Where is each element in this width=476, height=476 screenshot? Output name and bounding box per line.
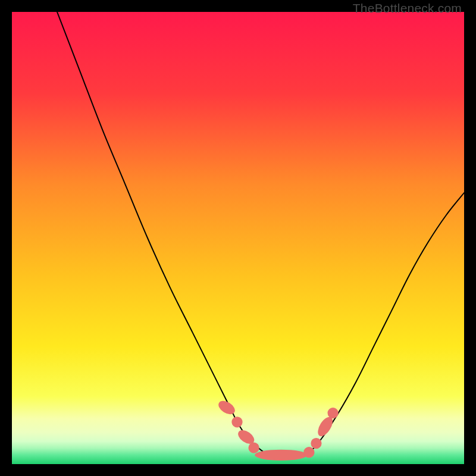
marker-4 [255, 450, 307, 461]
watermark-text: TheBottleneck.com [353, 1, 462, 15]
data-markers [216, 398, 338, 461]
marker-3 [248, 443, 259, 453]
marker-8 [327, 408, 338, 418]
marker-6 [311, 438, 321, 449]
bottleneck-curves [57, 12, 464, 455]
chart-frame [12, 12, 464, 464]
curve-bottleneck-curve-left [57, 12, 274, 455]
marker-5 [303, 447, 314, 458]
chart-svg [12, 12, 464, 464]
marker-1 [231, 416, 242, 427]
curve-bottleneck-curve-right [274, 193, 464, 455]
